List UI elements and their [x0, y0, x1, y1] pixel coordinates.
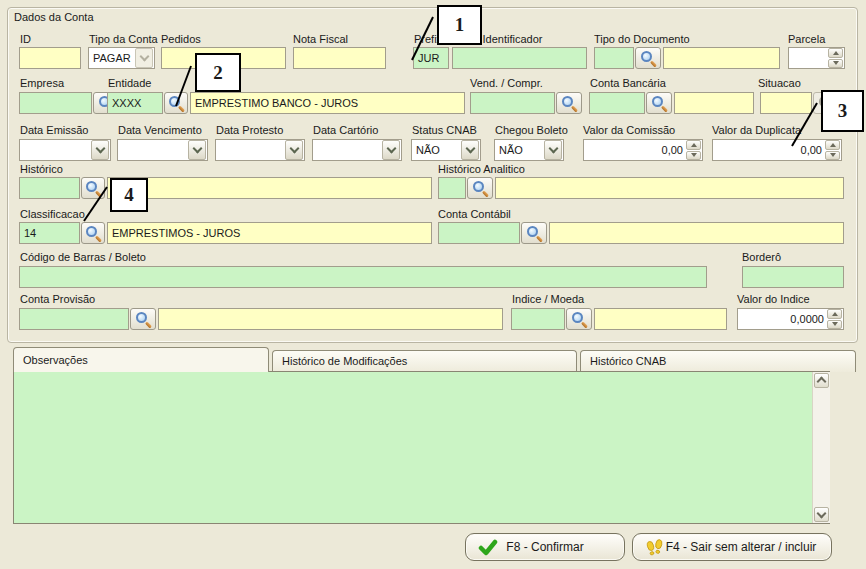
- tipo-do-documento-code-input[interactable]: [594, 47, 634, 69]
- data-cartorio-combo[interactable]: [312, 139, 402, 161]
- callout-2: 2: [195, 53, 241, 92]
- historico-lookup-button[interactable]: [81, 177, 105, 199]
- nota-fiscal-input[interactable]: [293, 47, 386, 69]
- bordero-label: Borderô: [742, 251, 781, 264]
- tipo-da-conta-label: Tipo da Conta: [89, 33, 158, 46]
- tab-historico-cnab[interactable]: Histórico CNAB: [580, 350, 856, 372]
- confirm-check-icon: [478, 538, 498, 558]
- confirm-button-label: F8 - Confirmar: [506, 540, 583, 554]
- id-input[interactable]: [19, 47, 81, 69]
- spin-up-icon[interactable]: [827, 309, 842, 319]
- valor-indice-spinner[interactable]: 0,0000: [737, 308, 844, 330]
- conta-contabil-input[interactable]: [438, 222, 520, 244]
- chegou-boleto-combo[interactable]: NÃO: [494, 139, 564, 161]
- classificacao-desc-input[interactable]: EMPRESTIMOS - JUROS: [107, 222, 432, 244]
- dropdown-arrow-icon[interactable]: [544, 140, 562, 160]
- indice-moeda-desc-input[interactable]: [594, 308, 727, 330]
- dropdown-arrow-icon[interactable]: [188, 140, 206, 160]
- codigo-barras-input[interactable]: [19, 266, 707, 288]
- spin-up-icon[interactable]: [825, 140, 840, 150]
- historico-analitico-desc-input[interactable]: [495, 177, 844, 199]
- callout-3: 3: [821, 90, 864, 132]
- entidade-label: Entidade: [108, 77, 151, 90]
- data-vencimento-label: Data Vencimento: [118, 124, 202, 137]
- empresa-label: Empresa: [20, 77, 64, 90]
- dropdown-arrow-icon[interactable]: [382, 140, 400, 160]
- tab-historico-modificacoes[interactable]: Histórico de Modificações: [272, 350, 577, 372]
- conta-provisao-label: Conta Provisão: [20, 293, 95, 306]
- status-cnab-label: Status CNAB: [412, 124, 477, 137]
- magnifier-icon: [640, 50, 656, 66]
- vertical-scrollbar[interactable]: [812, 372, 830, 523]
- conta-bancaria-lookup-button[interactable]: [646, 92, 672, 114]
- spin-up-icon[interactable]: [828, 48, 843, 58]
- data-protesto-combo[interactable]: [215, 139, 305, 161]
- conta-contabil-desc-input[interactable]: [549, 222, 844, 244]
- historico-desc-input[interactable]: [107, 177, 432, 199]
- conta-provisao-input[interactable]: [19, 308, 129, 330]
- scroll-up-icon[interactable]: [814, 373, 829, 388]
- magnifier-icon: [472, 180, 488, 196]
- data-emissao-combo[interactable]: [19, 139, 111, 161]
- parcela-value: [789, 48, 828, 68]
- exit-footprints-icon: [645, 538, 665, 558]
- spin-down-icon[interactable]: [827, 320, 842, 330]
- conta-bancaria-desc-input[interactable]: [674, 92, 754, 114]
- spin-up-icon[interactable]: [686, 140, 701, 150]
- magnifier-icon: [561, 95, 577, 111]
- tipo-da-conta-combo[interactable]: PAGAR: [88, 47, 155, 69]
- parcela-spinner[interactable]: [788, 47, 845, 69]
- bordero-input[interactable]: [742, 266, 844, 288]
- prefixo-input[interactable]: JUR: [413, 47, 449, 69]
- historico-analitico-lookup-button[interactable]: [467, 177, 493, 199]
- dropdown-arrow-icon[interactable]: [91, 140, 109, 160]
- valor-comissao-label: Valor da Comissão: [583, 124, 675, 137]
- conta-bancaria-input[interactable]: [589, 92, 645, 114]
- data-vencimento-combo[interactable]: [117, 139, 208, 161]
- dropdown-arrow-icon: [135, 48, 153, 68]
- tipo-do-documento-desc-input[interactable]: [663, 47, 780, 69]
- spin-down-icon[interactable]: [828, 59, 843, 69]
- entidade-code-input[interactable]: XXXX: [107, 92, 163, 114]
- indice-moeda-input[interactable]: [511, 308, 565, 330]
- status-cnab-combo[interactable]: NÃO: [411, 139, 481, 161]
- historico-label: Histórico: [20, 163, 63, 176]
- spin-down-icon[interactable]: [686, 151, 701, 161]
- observacoes-textarea[interactable]: [13, 371, 830, 524]
- entidade-desc-input[interactable]: EMPRESTIMO BANCO - JUROS: [190, 92, 465, 114]
- tipo-da-conta-value: PAGAR: [89, 48, 135, 68]
- dropdown-arrow-icon[interactable]: [461, 140, 479, 160]
- vend-compr-lookup-button[interactable]: [556, 92, 582, 114]
- exit-button[interactable]: F4 - Sair sem alterar / incluir: [632, 533, 832, 561]
- indice-moeda-lookup-button[interactable]: [566, 308, 592, 330]
- tipo-do-documento-lookup-button[interactable]: [635, 47, 661, 69]
- conta-provisao-lookup-button[interactable]: [130, 308, 156, 330]
- situacao-input[interactable]: [760, 92, 812, 114]
- valor-comissao-spinner[interactable]: 0,00: [583, 139, 703, 161]
- entidade-lookup-button[interactable]: [164, 92, 188, 114]
- conta-contabil-lookup-button[interactable]: [521, 222, 547, 244]
- valor-duplicata-value: 0,00: [713, 140, 825, 160]
- conta-provisao-desc-input[interactable]: [158, 308, 503, 330]
- scroll-down-icon[interactable]: [814, 507, 829, 522]
- valor-duplicata-spinner[interactable]: 0,00: [712, 139, 842, 161]
- vend-compr-input[interactable]: [470, 92, 555, 114]
- chegou-boleto-label: Chegou Boleto: [495, 124, 568, 137]
- dropdown-arrow-icon[interactable]: [285, 140, 303, 160]
- magnifier-icon: [651, 95, 667, 111]
- classificacao-code-input[interactable]: 14: [19, 222, 80, 244]
- confirm-button[interactable]: F8 - Confirmar: [465, 533, 625, 561]
- outro-identificador-input[interactable]: [452, 47, 587, 69]
- historico-input[interactable]: [19, 177, 80, 199]
- pedidos-label: Pedidos: [161, 33, 201, 46]
- tab-observacoes[interactable]: Observações: [13, 347, 269, 372]
- exit-button-label: F4 - Sair sem alterar / incluir: [666, 540, 817, 554]
- spin-down-icon[interactable]: [825, 151, 840, 161]
- historico-analitico-input[interactable]: [438, 177, 466, 199]
- indice-moeda-label: Indice / Moeda: [512, 293, 584, 306]
- empresa-input[interactable]: [19, 92, 92, 114]
- valor-indice-label: Valor do Indice: [737, 293, 810, 306]
- classificacao-lookup-button[interactable]: [81, 222, 105, 244]
- parcela-label: Parcela: [788, 33, 825, 46]
- vend-compr-label: Vend. / Compr.: [470, 77, 543, 90]
